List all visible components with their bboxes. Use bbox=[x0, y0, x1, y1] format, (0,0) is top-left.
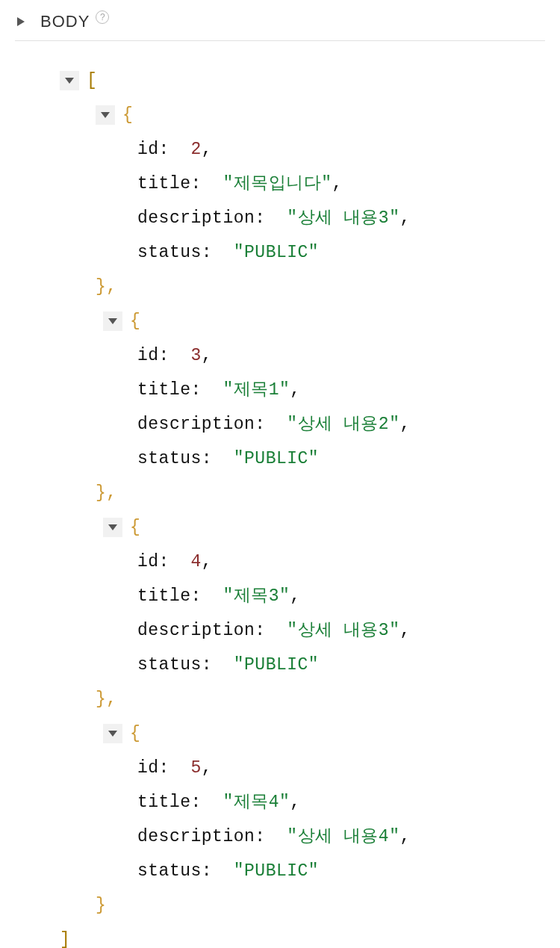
json-property: status: "PUBLIC" bbox=[60, 648, 545, 682]
object-close-row: }, bbox=[60, 270, 545, 304]
collapse-toggle-icon[interactable] bbox=[96, 105, 115, 125]
json-key: description bbox=[137, 820, 255, 854]
svg-marker-0 bbox=[17, 17, 25, 26]
collapse-toggle-icon[interactable] bbox=[103, 518, 122, 537]
open-brace: { bbox=[130, 304, 140, 338]
json-string: "제목3" bbox=[223, 579, 290, 613]
colon: : bbox=[255, 201, 287, 235]
json-string: "상세 내용3" bbox=[287, 613, 399, 648]
comma: , bbox=[202, 751, 212, 785]
svg-marker-2 bbox=[101, 112, 110, 118]
json-property: title: "제목4", bbox=[60, 785, 545, 820]
collapse-toggle-icon[interactable] bbox=[60, 71, 79, 90]
section-toggle-icon[interactable] bbox=[15, 16, 27, 28]
json-string: "PUBLIC" bbox=[234, 854, 319, 888]
json-property: description: "상세 내용3", bbox=[60, 201, 545, 235]
json-string: "제목1" bbox=[223, 373, 290, 407]
json-property: id: 5, bbox=[60, 751, 545, 785]
json-string: "상세 내용3" bbox=[287, 201, 399, 235]
object-close-row: }, bbox=[60, 476, 545, 510]
json-property: title: "제목입니다", bbox=[60, 167, 545, 201]
json-viewer: [ { id: 2, title: "제목입니다", description: … bbox=[0, 41, 560, 948]
comma: , bbox=[202, 132, 212, 167]
json-key: status bbox=[137, 235, 202, 270]
colon: : bbox=[159, 338, 191, 373]
comma: , bbox=[290, 579, 300, 613]
json-string: "상세 내용4" bbox=[287, 820, 399, 854]
colon: : bbox=[255, 407, 287, 442]
colon: : bbox=[202, 854, 234, 888]
json-property: id: 3, bbox=[60, 338, 545, 373]
object-open-row: { bbox=[60, 716, 545, 751]
json-number: 4 bbox=[191, 545, 202, 579]
json-property: id: 2, bbox=[60, 132, 545, 167]
json-key: title bbox=[137, 373, 191, 407]
colon: : bbox=[191, 579, 223, 613]
comma: , bbox=[202, 545, 212, 579]
collapse-toggle-icon[interactable] bbox=[103, 724, 122, 743]
colon: : bbox=[202, 235, 234, 270]
open-brace: { bbox=[130, 510, 140, 545]
json-key: id bbox=[137, 751, 159, 785]
colon: : bbox=[202, 648, 234, 682]
close-brace: }, bbox=[96, 270, 117, 304]
colon: : bbox=[255, 613, 287, 648]
json-key: status bbox=[137, 442, 202, 476]
comma: , bbox=[332, 167, 343, 201]
json-number: 2 bbox=[191, 132, 202, 167]
close-brace: }, bbox=[96, 476, 117, 510]
close-brace: }, bbox=[96, 682, 117, 716]
json-string: "상세 내용2" bbox=[287, 407, 399, 442]
section-title: BODY bbox=[40, 12, 90, 31]
json-key: id bbox=[137, 132, 159, 167]
json-key: description bbox=[137, 201, 255, 235]
collapse-toggle-icon[interactable] bbox=[103, 312, 122, 331]
json-key: title bbox=[137, 167, 191, 201]
json-property: id: 4, bbox=[60, 545, 545, 579]
json-property: status: "PUBLIC" bbox=[60, 235, 545, 270]
json-property: description: "상세 내용4", bbox=[60, 820, 545, 854]
comma: , bbox=[399, 820, 410, 854]
colon: : bbox=[191, 167, 223, 201]
colon: : bbox=[191, 785, 223, 820]
json-key: id bbox=[137, 338, 159, 373]
object-close-row: } bbox=[60, 888, 545, 923]
svg-marker-3 bbox=[108, 318, 117, 324]
json-key: id bbox=[137, 545, 159, 579]
json-string: "PUBLIC" bbox=[234, 235, 319, 270]
json-key: title bbox=[137, 579, 191, 613]
json-key: title bbox=[137, 785, 191, 820]
object-open-row: { bbox=[60, 510, 545, 545]
comma: , bbox=[399, 201, 410, 235]
colon: : bbox=[191, 373, 223, 407]
json-string: "제목입니다" bbox=[223, 167, 332, 201]
json-string: "PUBLIC" bbox=[234, 648, 319, 682]
object-open-row: { bbox=[60, 98, 545, 132]
json-number: 3 bbox=[191, 338, 202, 373]
array-close-row: ] bbox=[60, 923, 545, 948]
colon: : bbox=[202, 442, 234, 476]
open-brace: { bbox=[130, 716, 140, 751]
json-property: description: "상세 내용2", bbox=[60, 407, 545, 442]
help-icon[interactable]: ? bbox=[96, 10, 109, 24]
comma: , bbox=[290, 373, 300, 407]
comma: , bbox=[202, 338, 212, 373]
comma: , bbox=[399, 613, 410, 648]
json-property: status: "PUBLIC" bbox=[60, 854, 545, 888]
colon: : bbox=[159, 751, 191, 785]
json-property: title: "제목1", bbox=[60, 373, 545, 407]
svg-marker-4 bbox=[108, 524, 117, 530]
colon: : bbox=[255, 820, 287, 854]
json-number: 5 bbox=[191, 751, 202, 785]
colon: : bbox=[159, 132, 191, 167]
json-property: description: "상세 내용3", bbox=[60, 613, 545, 648]
svg-marker-1 bbox=[65, 78, 74, 84]
json-key: description bbox=[137, 613, 255, 648]
array-open-row: [ bbox=[60, 63, 545, 98]
section-header: BODY ? bbox=[15, 0, 545, 41]
colon: : bbox=[159, 545, 191, 579]
object-close-row: }, bbox=[60, 682, 545, 716]
json-key: status bbox=[137, 648, 202, 682]
open-brace: { bbox=[122, 98, 133, 132]
json-string: "PUBLIC" bbox=[234, 442, 319, 476]
